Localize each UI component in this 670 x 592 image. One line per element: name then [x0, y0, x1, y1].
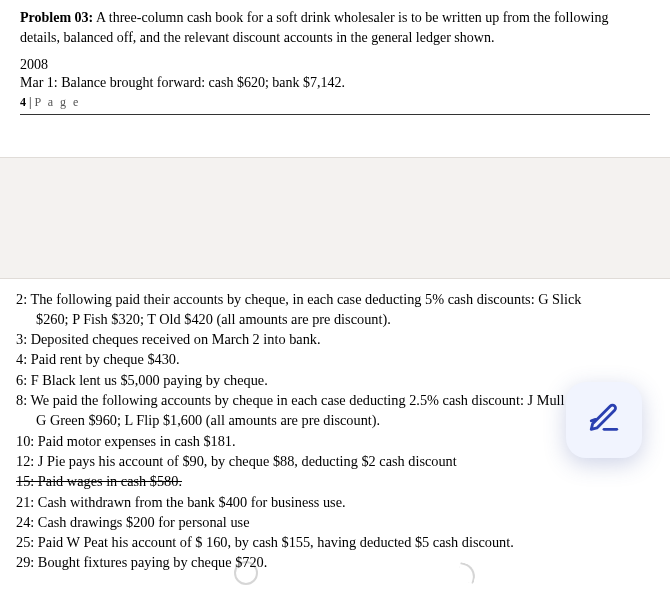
entry-8-line1: 8: We paid the following accounts by che… [16, 390, 654, 410]
entry-2-line1: 2: The following paid their accounts by … [16, 289, 654, 309]
page-top-section: Problem 03: A three-column cash book for… [0, 0, 670, 121]
entry-21: 21: Cash withdrawn from the bank $400 fo… [16, 492, 654, 512]
pencil-icon [587, 401, 621, 439]
problem-label: Problem 03: [20, 10, 93, 25]
entry-6: 6: F Black lent us $5,000 paying by cheq… [16, 370, 654, 390]
problem-text: A three-column cash book for a soft drin… [20, 10, 608, 45]
page-footer: 4 | P a g e [20, 95, 650, 115]
entry-29: 29: Bought fixtures paying by cheque $72… [16, 552, 654, 572]
page-word: P a g e [34, 95, 80, 109]
entry-15: 15: Paid wages in cash $580. [16, 471, 654, 491]
entry-25: 25: Paid W Peat his account of $ 160, by… [16, 532, 654, 552]
entry-10: 10: Paid motor expenses in cash $181. [16, 431, 654, 451]
entry-8-line2: G Green $960; L Flip $1,600 (all amounts… [16, 410, 654, 430]
entry-mar1: Mar 1: Balance brought forward: cash $62… [20, 75, 650, 91]
problem-heading: Problem 03: A three-column cash book for… [20, 8, 650, 49]
entry-3: 3: Deposited cheques received on March 2… [16, 329, 654, 349]
entry-4: 4: Paid rent by cheque $430. [16, 349, 654, 369]
page-break-gap [0, 157, 670, 279]
year: 2008 [20, 57, 650, 73]
edit-fab-button[interactable] [566, 382, 642, 458]
entry-2-line2: $260; P Fish $320; T Old $420 (all amoun… [16, 309, 654, 329]
entry-12: 12: J Pie pays his account of $90, by ch… [16, 451, 654, 471]
entry-24: 24: Cash drawings $200 for personal use [16, 512, 654, 532]
